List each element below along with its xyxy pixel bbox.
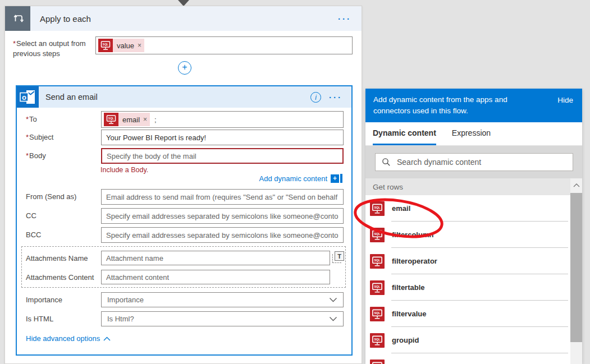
list-scrollbar[interactable] <box>570 178 582 364</box>
group-header-get-rows: Get rows <box>365 178 570 195</box>
from-input[interactable] <box>101 189 344 205</box>
list-item-filtervalue[interactable]: filtervalue <box>365 301 570 327</box>
panel-intro-text: Add dynamic content from the apps and co… <box>373 94 545 117</box>
panel-hide-button[interactable]: Hide <box>557 96 573 104</box>
search-input[interactable] <box>396 157 573 167</box>
sql-connector-icon <box>370 254 385 269</box>
apply-to-each-header[interactable]: Apply to each ··· <box>5 6 362 31</box>
remove-token-icon[interactable]: × <box>138 42 141 49</box>
select-output-label: *Select an output from previous steps <box>13 39 97 59</box>
to-semicolon: ; <box>154 116 157 124</box>
panel-search-area <box>365 146 582 178</box>
send-email-header[interactable]: o Send an email i ··· <box>17 86 351 108</box>
value-token-label: value × <box>113 39 144 52</box>
switch-to-array-icon[interactable]: T <box>335 251 344 261</box>
chevron-down-icon <box>329 316 337 321</box>
attachments-name-input[interactable] <box>101 251 330 265</box>
sql-connector-icon <box>98 39 113 52</box>
remove-token-icon[interactable]: × <box>143 116 147 123</box>
insert-step-button[interactable]: + <box>178 61 191 75</box>
send-email-card[interactable]: o Send an email i ··· *To email × <box>16 85 353 356</box>
panel-tabs: Dynamic content Expression <box>365 122 582 146</box>
list-item-filtercolumn[interactable]: filtercolumn <box>365 222 570 248</box>
apply-to-each-title: Apply to each <box>40 14 91 24</box>
scrollbar-thumb[interactable] <box>570 193 582 342</box>
sql-connector-icon <box>370 307 385 321</box>
email-token-chip[interactable]: email × <box>104 113 150 126</box>
importance-select[interactable]: Importance <box>101 292 344 307</box>
attachments-content-label: Attachments Content <box>26 273 99 282</box>
search-box[interactable] <box>375 153 573 171</box>
sql-connector-icon <box>370 201 385 216</box>
subject-input[interactable] <box>101 130 344 145</box>
sql-connector-icon <box>370 360 385 364</box>
chevron-up-icon <box>573 183 580 187</box>
tab-dynamic-content[interactable]: Dynamic content <box>373 122 436 145</box>
importance-label: Importance <box>26 296 99 304</box>
list-item-groupid[interactable]: groupid <box>365 327 570 353</box>
list-item-filteroperator[interactable]: filteroperator <box>365 248 570 274</box>
apply-to-each-menu-icon[interactable]: ··· <box>338 14 351 24</box>
list-item-filtertable[interactable]: filtertable <box>365 274 570 301</box>
is-html-select[interactable]: Is Html? <box>101 311 344 326</box>
attachments-name-label: Attachments Name <box>26 254 99 262</box>
flow-designer-canvas: Apply to each ··· *Select an output from… <box>0 0 590 364</box>
select-output-input[interactable]: value × <box>95 36 353 54</box>
panel-header: Add dynamic content from the apps and co… <box>365 89 582 122</box>
from-label: From (Send as) <box>26 192 99 201</box>
list-item-partial[interactable] <box>365 353 570 364</box>
to-input[interactable]: email × ; <box>101 111 344 128</box>
is-html-label: Is HTML <box>26 315 99 323</box>
email-token-label: email × <box>118 113 150 126</box>
body-error-message: Include a Body. <box>100 166 148 174</box>
outlook-icon: o <box>17 86 39 108</box>
tab-expression[interactable]: Expression <box>452 122 491 145</box>
cc-input[interactable] <box>101 208 344 224</box>
hide-advanced-options-link[interactable]: Hide advanced options <box>26 334 111 343</box>
chevron-up-icon <box>103 337 111 341</box>
subject-label: *Subject <box>26 133 99 141</box>
body-input[interactable] <box>101 148 344 164</box>
body-label: *Body <box>26 151 99 160</box>
apply-to-each-loop-icon <box>5 6 30 31</box>
add-dynamic-content-link[interactable]: Add dynamic content + <box>259 174 342 183</box>
attachments-content-input[interactable] <box>101 270 330 284</box>
required-asterisk: * <box>13 39 16 48</box>
svg-text:o: o <box>22 93 26 102</box>
info-icon[interactable]: i <box>310 92 321 103</box>
send-email-title: Send an email <box>45 93 98 102</box>
cc-label: CC <box>26 211 99 220</box>
sql-connector-icon <box>370 333 385 348</box>
dynamic-content-panel: Add dynamic content from the apps and co… <box>365 89 582 364</box>
to-label: *To <box>26 115 99 123</box>
send-email-menu-icon[interactable]: ··· <box>329 93 342 102</box>
dynamic-content-list: Get rows email filtercolumn filteroperat… <box>365 178 570 364</box>
sql-connector-icon <box>104 113 118 126</box>
value-token-chip[interactable]: value × <box>98 39 144 52</box>
bcc-input[interactable] <box>101 227 344 243</box>
sql-connector-icon <box>370 228 385 242</box>
list-item-email[interactable]: email <box>365 195 570 222</box>
chevron-down-icon <box>329 297 337 302</box>
sql-connector-icon <box>370 280 385 295</box>
scrollbar-up-button[interactable] <box>570 178 582 192</box>
add-dynamic-content-icon: + <box>331 174 342 183</box>
bcc-label: BCC <box>26 231 99 239</box>
search-icon <box>382 158 391 167</box>
